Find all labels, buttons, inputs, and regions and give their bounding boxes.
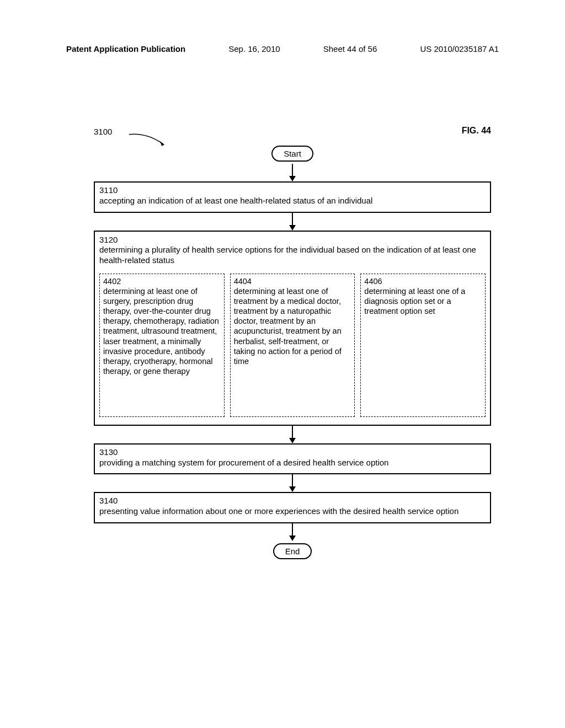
substep-4404-text: determining at least one of treatment by… xyxy=(234,287,342,366)
figure-label: FIG. 44 xyxy=(462,126,491,136)
arrow-down-icon xyxy=(94,213,491,231)
arrow-down-icon xyxy=(94,164,491,181)
step-3140-text: presenting value information about one o… xyxy=(99,506,459,516)
substep-4404-num: 4404 xyxy=(234,276,351,286)
svg-marker-8 xyxy=(289,486,296,492)
step-3110-text: accepting an indication of at least one … xyxy=(99,196,372,205)
step-3130: 3130 providing a matching system for pro… xyxy=(94,443,491,475)
step-3120: 3120 determining a plurality of health s… xyxy=(94,231,491,426)
arrow-down-icon xyxy=(94,523,491,541)
substep-4402-text: determining at least one of surgery, pre… xyxy=(103,287,219,376)
substep-4404: 4404 determining at least one of treatme… xyxy=(230,274,355,417)
step-3110-num: 3110 xyxy=(99,185,486,196)
start-terminator: Start xyxy=(271,146,313,162)
substep-4402: 4402 determining at least one of surgery… xyxy=(99,274,225,417)
svg-marker-0 xyxy=(160,141,164,146)
ref-arrow-icon xyxy=(121,132,174,149)
page-header: Patent Application Publication Sep. 16, … xyxy=(66,44,499,53)
svg-marker-4 xyxy=(289,225,296,231)
flowchart: 3100 FIG. 44 Start 3110 accepting an ind… xyxy=(94,121,491,559)
arrow-down-icon xyxy=(94,474,491,492)
substep-4406-num: 4406 xyxy=(364,276,482,286)
step-3130-num: 3130 xyxy=(99,447,486,458)
step-3120-text: determining a plurality of health servic… xyxy=(99,245,476,265)
step-3140-num: 3140 xyxy=(99,496,486,506)
svg-marker-6 xyxy=(289,438,296,443)
end-terminator: End xyxy=(273,543,312,559)
header-pubnum: US 2010/0235187 A1 xyxy=(420,44,499,53)
substep-4406: 4406 determining at least one of a diagn… xyxy=(360,274,486,417)
step-3120-num: 3120 xyxy=(99,235,486,245)
substeps-row: 4402 determining at least one of surgery… xyxy=(99,274,486,417)
substep-4402-num: 4402 xyxy=(103,276,221,286)
header-left: Patent Application Publication xyxy=(66,44,185,53)
end-terminator-wrap: End xyxy=(94,543,491,559)
step-3110: 3110 accepting an indication of at least… xyxy=(94,181,491,213)
substep-4406-text: determining at least one of a diagnosis … xyxy=(364,287,465,315)
arrow-down-icon xyxy=(94,426,491,443)
patent-page: Patent Application Publication Sep. 16, … xyxy=(0,0,565,728)
svg-marker-2 xyxy=(289,176,296,181)
header-date: Sep. 16, 2010 xyxy=(228,44,280,53)
step-3140: 3140 presenting value information about … xyxy=(94,492,491,523)
flowchart-top-row: 3100 FIG. 44 xyxy=(94,121,491,143)
svg-marker-10 xyxy=(289,536,296,541)
step-3130-text: providing a matching system for procurem… xyxy=(99,458,388,467)
ref-3100: 3100 xyxy=(94,127,112,136)
header-sheet: Sheet 44 of 56 xyxy=(323,44,377,53)
